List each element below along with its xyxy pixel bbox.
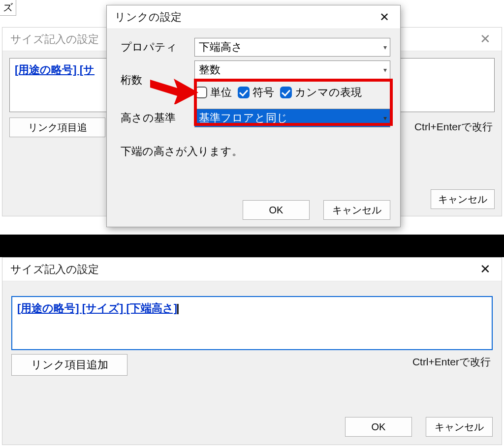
digits-select[interactable]: 整数 ▾	[194, 60, 390, 79]
link-settings-dialog: リンクの設定 ✕ プロパティ 下端高さ ▾ 桁数 整数 ▾	[106, 5, 401, 227]
close-icon[interactable]: ✕	[375, 10, 394, 24]
ok-button-bottom[interactable]: OK	[345, 417, 412, 437]
property-select[interactable]: 下端高さ ▾	[194, 38, 390, 57]
link-token-back: [用途の略号] [サ	[15, 63, 94, 76]
sign-label: 符号	[252, 85, 274, 100]
newline-hint-back: Ctrl+Enterで改行	[414, 120, 493, 134]
chevron-down-icon: ▾	[383, 114, 387, 122]
chevron-down-icon: ▾	[383, 66, 387, 74]
unit-checkbox[interactable]: 単位	[195, 85, 232, 100]
add-link-button-back[interactable]: リンク項目追	[9, 118, 105, 137]
corner-fragment: ズ	[0, 0, 16, 16]
heightref-value: 基準フロアと同じ	[199, 111, 288, 125]
add-link-button-bottom[interactable]: リンク項目追加	[11, 354, 127, 376]
cancel-button-bottom[interactable]: キャンセル	[426, 417, 493, 437]
separator-bar	[0, 235, 504, 257]
svg-marker-0	[150, 79, 198, 104]
size-dialog-titlebar-bottom: サイズ記入の設定 ✕	[2, 258, 502, 281]
close-icon[interactable]: ✕	[475, 31, 496, 47]
property-label: プロパティ	[121, 40, 194, 55]
link-dialog-title: リンクの設定	[115, 10, 182, 25]
link-description: 下端の高さが入ります。	[121, 144, 390, 159]
format-textbox-bottom[interactable]: [用途の略号] [サイズ] [下端高さ]	[11, 296, 493, 350]
heightref-select[interactable]: 基準フロアと同じ ▾	[194, 109, 390, 127]
newline-hint-bottom: Ctrl+Enterで改行	[412, 355, 491, 369]
comma-label: カンマの表現	[295, 85, 362, 100]
size-entry-dialog-bottom: サイズ記入の設定 ✕ [用途の略号] [サイズ] [下端高さ] リンク項目追加 …	[2, 257, 502, 445]
comma-checkbox[interactable]: カンマの表現	[280, 85, 362, 100]
property-value: 下端高さ	[199, 40, 243, 55]
size-dialog-title: サイズ記入の設定	[10, 32, 99, 47]
chevron-down-icon: ▾	[383, 43, 387, 51]
link-token-bottom: [用途の略号] [サイズ] [下端高さ]	[17, 302, 179, 314]
sign-checkbox[interactable]: 符号	[238, 85, 274, 100]
close-icon[interactable]: ✕	[475, 262, 496, 277]
heightref-label: 高さの基準	[121, 111, 194, 125]
cancel-button-back[interactable]: キャンセル	[431, 189, 495, 209]
arrow-icon	[150, 75, 199, 104]
digits-value: 整数	[199, 62, 220, 77]
ok-button[interactable]: OK	[243, 200, 310, 220]
unit-label: 単位	[210, 85, 232, 100]
cancel-button[interactable]: キャンセル	[323, 200, 390, 220]
link-dialog-titlebar: リンクの設定 ✕	[107, 5, 400, 29]
size-dialog-title-bottom: サイズ記入の設定	[10, 262, 99, 277]
